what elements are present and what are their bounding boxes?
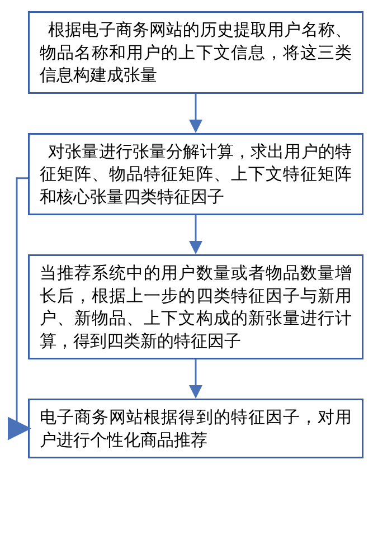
- svg-marker-3: [189, 241, 202, 254]
- flow-step-3-text: 当推荐系统中的用户数量或者物品数量增长后，根据上一步的四类特征因子与新用户、新物…: [40, 263, 352, 350]
- svg-marker-1: [189, 120, 202, 133]
- flow-step-1: 根据电子商务网站的历史提取用户名称、物品名称和用户的上下文信息，将这三类信息构建…: [28, 11, 363, 94]
- flow-step-2-text: 对张量进行张量分解计算，求出用户的特征矩阵、物品特征矩阵、上下文特征矩阵和核心张…: [40, 142, 352, 206]
- flow-step-4: 电子商务网站根据得到的特征因子，对用户进行个性化商品推荐: [28, 399, 363, 458]
- flowchart-container: 根据电子商务网站的历史提取用户名称、物品名称和用户的上下文信息，将这三类信息构建…: [28, 11, 363, 458]
- flow-step-4-text: 电子商务网站根据得到的特征因子，对用户进行个性化商品推荐: [40, 408, 352, 449]
- flow-step-1-text: 根据电子商务网站的历史提取用户名称、物品名称和用户的上下文信息，将这三类信息构建…: [40, 20, 352, 84]
- arrow-step2-to-step3: [28, 215, 363, 254]
- svg-marker-5: [189, 385, 202, 399]
- arrow-step1-to-step2: [28, 94, 363, 133]
- flow-step-2: 对张量进行张量分解计算，求出用户的特征矩阵、物品特征矩阵、上下文特征矩阵和核心张…: [28, 133, 363, 216]
- arrow-step3-to-step4: [28, 359, 363, 399]
- flow-step-3: 当推荐系统中的用户数量或者物品数量增长后，根据上一步的四类特征因子与新用户、新物…: [28, 254, 363, 359]
